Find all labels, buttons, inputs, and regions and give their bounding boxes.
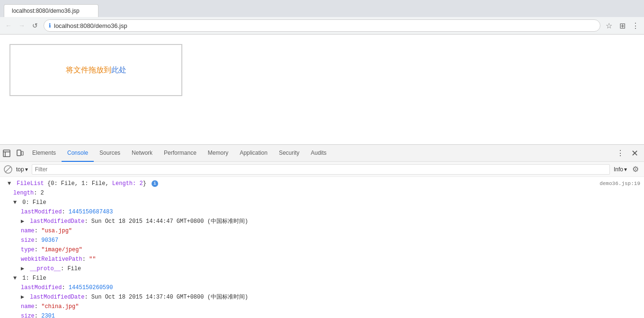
expand-arrow[interactable]: ▶ xyxy=(21,265,27,273)
secure-icon: ℹ xyxy=(49,22,51,29)
console-output: ▼ FileList {0: File, 1: File, Length: 2}… xyxy=(0,177,644,318)
console-line-content: lastModified: 1445150260590 xyxy=(21,283,640,292)
console-line: ▶ lastModifiedDate: Sun Oct 18 2015 14:4… xyxy=(0,217,644,226)
svg-line-6 xyxy=(5,167,11,172)
console-line: name: "china.jpg" xyxy=(0,302,644,311)
expand-arrow[interactable]: ▼ xyxy=(13,274,19,283)
console-line-content: ▶ lastModifiedDate: Sun Oct 18 2015 14:3… xyxy=(21,293,640,301)
tab-security[interactable]: Security xyxy=(273,145,305,162)
drop-text-orange: 将文件拖放到 xyxy=(66,66,111,74)
chevron-down-icon: ▾ xyxy=(25,166,28,173)
reload-button[interactable]: ↺ xyxy=(30,21,40,30)
console-context-selector[interactable]: top ▾ xyxy=(16,166,28,173)
devtools-inspect-button[interactable] xyxy=(0,145,13,162)
console-line-content: size: 90367 xyxy=(21,236,640,245)
expand-arrow[interactable]: ▼ xyxy=(8,179,13,188)
url-text: localhost:8080/demo36.jsp xyxy=(54,22,595,29)
menu-button[interactable]: ⋮ xyxy=(631,21,640,30)
console-line-content: size: 2301 xyxy=(21,312,640,318)
console-line: lastModified: 1445150260590 xyxy=(0,283,644,292)
console-line: type: "image/jpeg" xyxy=(0,245,644,255)
console-line: size: 90367 xyxy=(0,236,644,245)
svg-rect-4 xyxy=(21,151,23,155)
console-filter-input[interactable] xyxy=(32,164,610,175)
console-line-content: ▼ FileList {0: File, 1: File, Length: 2}… xyxy=(8,179,596,188)
console-context-label: top xyxy=(16,166,24,173)
devtools-tabs: Elements Console Sources Network Perform… xyxy=(27,145,614,162)
tab-bar: localhost:8080/demo36.jsp xyxy=(0,0,644,17)
devtools-close-button[interactable]: ✕ xyxy=(629,148,640,159)
expand-arrow[interactable]: ▶ xyxy=(21,293,27,301)
console-level-selector[interactable]: Info ▾ xyxy=(614,166,627,173)
console-line-content: name: "usa.jpg" xyxy=(21,227,640,235)
console-line: ▶ __proto__: File xyxy=(0,264,644,274)
console-line-content: ▶ lastModifiedDate: Sun Oct 18 2015 14:4… xyxy=(21,217,640,226)
console-line-content: ▼ 1: File xyxy=(13,274,640,283)
drop-zone-text: 将文件拖放到此处 xyxy=(66,65,126,75)
info-badge[interactable]: i xyxy=(152,180,158,187)
console-line: name: "usa.jpg" xyxy=(0,226,644,236)
tab-sources[interactable]: Sources xyxy=(94,145,126,162)
inspect-icon xyxy=(3,150,10,157)
bookmark-button[interactable]: ☆ xyxy=(604,21,614,30)
expand-arrow[interactable]: ▶ xyxy=(21,217,27,226)
console-line: length: 2 xyxy=(0,188,644,198)
console-level-label: Info xyxy=(614,166,623,173)
console-settings-button[interactable]: ⚙ xyxy=(631,165,640,174)
devtools-panel: Elements Console Sources Network Perform… xyxy=(0,144,644,318)
filelist-label: FileList xyxy=(17,180,47,187)
clear-console-button[interactable] xyxy=(4,165,12,174)
tab-audits[interactable]: Audits xyxy=(305,145,332,162)
devtools-device-button[interactable] xyxy=(13,145,27,162)
address-bar: ← → ↺ ℹ localhost:8080/demo36.jsp ☆ ⊞ ⋮ xyxy=(0,17,644,34)
console-line: size: 2301 xyxy=(0,311,644,318)
url-bar[interactable]: ℹ localhost:8080/demo36.jsp xyxy=(44,19,600,32)
console-line: ▼ 1: File xyxy=(0,274,644,283)
console-line-content: webkitRelativePath: "" xyxy=(21,255,640,264)
devtools-more-button[interactable]: ⋮ xyxy=(614,145,627,162)
browser-tab[interactable]: localhost:8080/demo36.jsp xyxy=(4,4,98,17)
tab-performance[interactable]: Performance xyxy=(158,145,202,162)
tab-elements[interactable]: Elements xyxy=(27,145,62,162)
devtools-toolbar: Elements Console Sources Network Perform… xyxy=(0,145,644,162)
forward-button[interactable]: → xyxy=(17,21,27,30)
console-line: webkitRelativePath: "" xyxy=(0,255,644,264)
drop-zone[interactable]: 将文件拖放到此处 xyxy=(9,44,182,96)
source-link[interactable]: demo36.jsp:19 xyxy=(596,179,640,188)
console-toolbar: top ▾ Info ▾ ⚙ xyxy=(0,162,644,177)
tab-memory[interactable]: Memory xyxy=(202,145,234,162)
tab-network[interactable]: Network xyxy=(126,145,158,162)
console-line-content: name: "china.jpg" xyxy=(21,302,640,311)
main-content: 将文件拖放到此处 xyxy=(0,35,644,144)
console-line: ▶ lastModifiedDate: Sun Oct 18 2015 14:3… xyxy=(0,292,644,302)
device-icon xyxy=(16,150,24,157)
console-line-content: ▶ __proto__: File xyxy=(21,265,640,273)
console-line-content: ▼ 0: File xyxy=(13,198,640,207)
browser-chrome: localhost:8080/demo36.jsp ← → ↺ ℹ localh… xyxy=(0,0,644,35)
console-line-content: type: "image/jpeg" xyxy=(21,246,640,254)
console-line-content: lastModified: 1445150687483 xyxy=(21,208,640,216)
console-line: lastModified: 1445150687483 xyxy=(0,207,644,217)
tab-console[interactable]: Console xyxy=(62,145,94,162)
console-line: ▼ 0: File xyxy=(0,198,644,207)
no-entry-icon xyxy=(4,165,12,174)
svg-rect-3 xyxy=(17,150,21,156)
tab-title: localhost:8080/demo36.jsp xyxy=(12,8,80,14)
svg-rect-0 xyxy=(3,150,10,157)
expand-arrow[interactable]: ▼ xyxy=(13,198,19,207)
chevron-down-icon-2: ▾ xyxy=(624,166,627,173)
devtools-right-controls: ⋮ ✕ xyxy=(614,145,644,162)
console-line-content: length: 2 xyxy=(13,189,640,197)
console-line: ▼ FileList {0: File, 1: File, Length: 2}… xyxy=(0,179,644,188)
back-button[interactable]: ← xyxy=(4,21,13,30)
drop-text-blue: 此处 xyxy=(111,66,126,74)
extensions-button[interactable]: ⊞ xyxy=(617,21,627,30)
tab-application[interactable]: Application xyxy=(234,145,273,162)
